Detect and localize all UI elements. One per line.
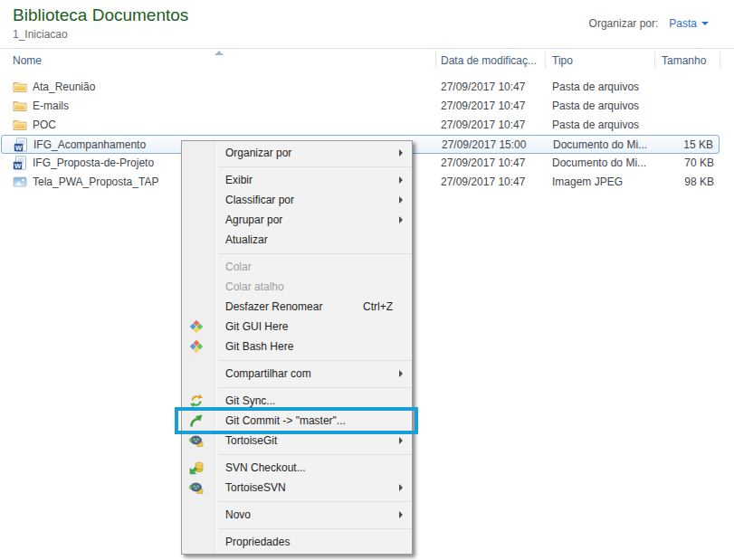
menu-item-svn-checkout[interactable]: SVN Checkout... — [182, 458, 412, 478]
column-header-size[interactable]: Tamanho — [662, 54, 706, 67]
submenu-arrow-icon — [399, 149, 403, 157]
menu-item-git-gui-here[interactable]: Git GUI Here — [182, 317, 412, 337]
jpeg-image-icon — [13, 175, 27, 189]
tortoise-turtle-icon — [189, 480, 204, 495]
organize-by-label: Organizar por: — [589, 17, 659, 30]
menu-item-exibir[interactable]: Exibir — [182, 170, 412, 190]
menu-separator — [182, 498, 412, 505]
menu-separator — [182, 163, 412, 170]
file-row-poc[interactable]: POC 27/09/2017 10:47 Pasta de arquivos — [1, 116, 720, 135]
submenu-arrow-icon — [399, 216, 403, 223]
menu-item-git-sync[interactable]: Git Sync... — [182, 391, 412, 411]
column-header-row: Nome Data de modificaç... Tipo Tamanho — [0, 48, 734, 71]
svg-text:W: W — [14, 162, 22, 170]
menu-separator — [182, 451, 412, 458]
explorer-window: Biblioteca Documentos 1_Iniciacao Organi… — [0, 0, 734, 560]
git-logo-icon — [189, 339, 204, 354]
submenu-arrow-icon — [399, 370, 403, 377]
menu-item-git-bash-here[interactable]: Git Bash Here — [182, 337, 412, 356]
svg-text:W: W — [15, 144, 23, 152]
organize-by-dropdown[interactable]: Pasta — [669, 17, 709, 30]
menu-item-agrupar-por[interactable]: Agrupar por — [182, 210, 412, 230]
submenu-arrow-icon — [399, 511, 403, 518]
folder-icon — [13, 118, 27, 132]
column-header-type[interactable]: Tipo — [552, 54, 573, 67]
menu-separator — [182, 525, 412, 532]
menu-item-git-commit-master[interactable]: Git Commit -> "master"... — [182, 411, 412, 431]
menu-item-novo[interactable]: Novo — [182, 505, 412, 525]
chevron-down-icon — [701, 22, 709, 25]
page-title: Biblioteca Documentos — [13, 5, 188, 25]
word-document-icon: W — [14, 138, 28, 152]
tortoise-turtle-icon — [189, 433, 204, 448]
menu-separator — [182, 384, 412, 391]
git-sync-icon — [189, 394, 204, 408]
column-header-date[interactable]: Data de modificaç... — [441, 54, 537, 67]
submenu-arrow-icon — [399, 196, 403, 204]
menu-item-colar: Colar — [182, 257, 412, 277]
menu-item-propriedades[interactable]: Propriedades — [182, 532, 412, 552]
menu-separator — [182, 250, 412, 257]
word-document-icon: W — [13, 156, 27, 170]
breadcrumb-folder: 1_Iniciacao — [13, 28, 68, 41]
menu-item-colar-atalho: Colar atalho — [182, 277, 412, 297]
column-header-name[interactable]: Nome — [13, 54, 42, 67]
submenu-arrow-icon — [399, 437, 403, 444]
shortcut-label: Ctrl+Z — [363, 297, 393, 317]
svn-checkout-icon — [189, 460, 204, 475]
submenu-arrow-icon — [399, 484, 403, 491]
menu-item-compartilhar-com[interactable]: Compartilhar com — [182, 364, 412, 384]
menu-item-desfazer-renomear[interactable]: Desfazer Renomear Ctrl+Z — [182, 297, 412, 317]
file-row-emails[interactable]: E-mails 27/09/2017 10:47 Pasta de arquiv… — [1, 97, 720, 116]
file-row-ata-reuniao[interactable]: Ata_Reunião 27/09/2017 10:47 Pasta de ar… — [1, 78, 720, 97]
menu-item-tortoisegit[interactable]: TortoiseGit — [182, 431, 412, 451]
menu-item-classificar-por[interactable]: Classificar por — [182, 190, 412, 210]
menu-item-tortoisesvn[interactable]: TortoiseSVN — [182, 478, 412, 498]
submenu-arrow-icon — [399, 176, 403, 184]
git-commit-icon — [189, 413, 204, 428]
sort-ascending-icon — [214, 51, 224, 55]
folder-icon — [13, 99, 27, 113]
menu-separator — [182, 356, 412, 364]
context-menu: Organizar por Exibir Classificar por Agr… — [181, 140, 413, 555]
menu-item-organizar-por[interactable]: Organizar por — [182, 143, 412, 163]
organize-by-control[interactable]: Organizar por: Pasta — [589, 17, 709, 30]
git-logo-icon — [189, 319, 204, 334]
folder-icon — [13, 80, 27, 94]
menu-item-atualizar[interactable]: Atualizar — [182, 230, 412, 250]
